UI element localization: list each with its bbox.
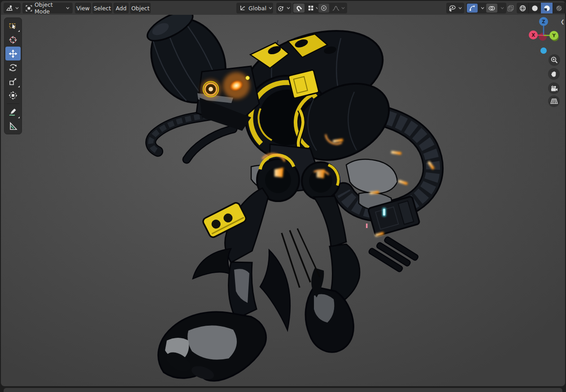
chevron-down-icon bbox=[15, 7, 19, 9]
right-leg bbox=[282, 196, 360, 352]
shading-rendered-button[interactable] bbox=[553, 3, 565, 13]
chevron-down-icon bbox=[269, 7, 272, 9]
chevron-down-icon bbox=[287, 7, 290, 9]
chevron-down-icon bbox=[481, 7, 484, 9]
grid-icon bbox=[550, 98, 558, 104]
3d-viewport-editor-icon bbox=[6, 5, 13, 12]
material-preview-shading-icon bbox=[544, 5, 550, 12]
menu-add-label: Add bbox=[116, 5, 126, 12]
proportional-editing-icon bbox=[321, 5, 327, 11]
hand-icon bbox=[550, 70, 557, 78]
mode-selector[interactable]: Object Mode bbox=[22, 3, 73, 13]
overlays-cluster bbox=[485, 3, 506, 13]
menu-view[interactable]: View bbox=[75, 3, 91, 13]
pivot-point-icon bbox=[278, 5, 284, 12]
object-mode-icon bbox=[26, 5, 32, 12]
tool-cursor[interactable] bbox=[5, 33, 21, 47]
tool-measure[interactable] bbox=[5, 119, 21, 133]
sidebar-toggle-chevron[interactable]: ❮ bbox=[560, 19, 565, 25]
proportional-cluster bbox=[318, 3, 347, 13]
object-visibility-dropdown[interactable] bbox=[446, 3, 464, 13]
tool-rotate[interactable] bbox=[5, 60, 21, 74]
timeline-header-edge[interactable] bbox=[4, 388, 562, 392]
show-overlays-icon bbox=[488, 5, 495, 11]
falloff-curve-icon bbox=[332, 5, 340, 11]
snap-toggle[interactable] bbox=[293, 4, 305, 13]
menu-add[interactable]: Add bbox=[113, 3, 129, 13]
gizmo-cluster bbox=[466, 3, 487, 13]
chevron-down-icon bbox=[501, 7, 504, 9]
gizmo-z-label: Z bbox=[542, 19, 545, 24]
magnet-icon bbox=[296, 5, 302, 12]
transform-orientation-icon bbox=[239, 5, 246, 11]
tool-scale[interactable] bbox=[5, 74, 21, 88]
viewport-header: Object Mode View Select Add Object Globa… bbox=[1, 1, 565, 15]
toggle-grid-button[interactable] bbox=[548, 95, 560, 107]
toggle-xray-icon bbox=[507, 5, 514, 12]
menu-select-label: Select bbox=[94, 5, 111, 12]
pan-button[interactable] bbox=[548, 68, 560, 80]
shading-wireframe-button[interactable] bbox=[517, 3, 528, 13]
proportional-falloff-dropdown[interactable] bbox=[330, 3, 347, 13]
camera-icon bbox=[550, 85, 558, 92]
shading-solid-button[interactable] bbox=[529, 3, 540, 13]
toggle-xray-button[interactable] bbox=[505, 3, 516, 13]
shading-cluster bbox=[517, 3, 566, 13]
gizmo-x-label: X bbox=[531, 33, 535, 38]
wireframe-shading-icon bbox=[519, 5, 526, 12]
proportional-editing-toggle[interactable] bbox=[318, 4, 329, 13]
hip-gun-cluster bbox=[366, 196, 420, 276]
mode-label: Object Mode bbox=[35, 1, 64, 15]
tool-move[interactable] bbox=[5, 47, 21, 60]
menu-select[interactable]: Select bbox=[92, 3, 112, 13]
pivot-point-dropdown[interactable] bbox=[276, 3, 292, 13]
tool-transform[interactable] bbox=[5, 88, 21, 102]
menu-view-label: View bbox=[76, 5, 90, 12]
navigation-gizmo[interactable]: Z X Y bbox=[519, 13, 566, 58]
3d-viewport[interactable] bbox=[1, 15, 565, 386]
chevron-down-icon bbox=[341, 7, 345, 9]
rendered-shading-icon bbox=[556, 5, 562, 12]
menu-object[interactable]: Object bbox=[130, 3, 151, 13]
gizmo-minus-z-axis[interactable] bbox=[540, 47, 547, 54]
tool-shelf bbox=[4, 17, 22, 134]
shading-material-preview-button[interactable] bbox=[541, 3, 553, 13]
menu-object-label: Object bbox=[131, 5, 150, 12]
editor-type-selector[interactable] bbox=[4, 3, 21, 13]
solid-shading-icon bbox=[531, 5, 538, 12]
show-object-types-icon bbox=[448, 5, 456, 12]
transform-orientation-dropdown[interactable]: Global bbox=[236, 3, 273, 13]
zoom-button[interactable] bbox=[549, 54, 560, 66]
show-gizmos-icon bbox=[469, 5, 475, 11]
chevron-down-icon bbox=[66, 7, 70, 9]
snap-increments-icon bbox=[308, 5, 314, 11]
show-overlays-toggle[interactable] bbox=[486, 4, 497, 13]
mech-robot-model bbox=[1, 15, 565, 386]
camera-view-button[interactable] bbox=[548, 82, 560, 94]
show-gizmos-toggle[interactable] bbox=[467, 4, 478, 13]
orientation-label: Global bbox=[248, 5, 266, 12]
blender-window: Object Mode View Select Add Object Globa… bbox=[0, 0, 566, 392]
zoom-icon bbox=[551, 56, 558, 64]
chevron-down-icon bbox=[458, 7, 462, 9]
tool-annotate[interactable] bbox=[5, 105, 21, 119]
tool-select-box[interactable] bbox=[5, 19, 21, 33]
gizmo-y-label: Y bbox=[552, 33, 556, 38]
